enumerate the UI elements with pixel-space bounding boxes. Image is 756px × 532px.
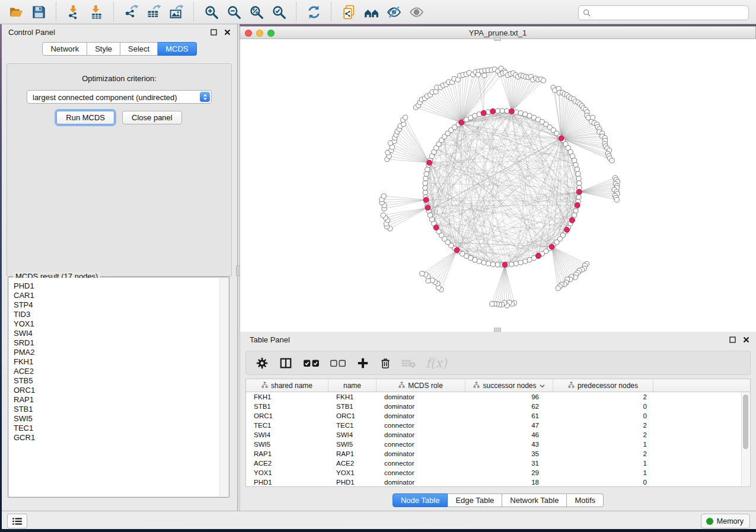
clone-network-icon[interactable] bbox=[340, 3, 358, 21]
vizmapper-icon[interactable] bbox=[385, 3, 403, 21]
hide-columns-icon[interactable] bbox=[330, 355, 346, 371]
network-canvas[interactable] bbox=[240, 39, 756, 332]
table-row[interactable]: PHD1PHD1dominator180 bbox=[246, 477, 750, 487]
result-node-item[interactable]: SWI5 bbox=[9, 414, 228, 424]
tab-edge-table[interactable]: Edge Table bbox=[448, 493, 502, 507]
table-scrollbar[interactable] bbox=[741, 392, 749, 486]
float-panel-icon[interactable] bbox=[729, 336, 736, 344]
result-node-item[interactable]: FKH1 bbox=[9, 357, 228, 367]
cell-predecessor-nodes: 0 bbox=[553, 411, 653, 421]
save-session-icon[interactable] bbox=[30, 3, 47, 21]
result-node-item[interactable]: GCR1 bbox=[9, 433, 228, 443]
result-node-item[interactable]: STP4 bbox=[9, 300, 228, 310]
table-row[interactable]: SWI4SWI4dominator462 bbox=[246, 430, 750, 440]
tab-mcds[interactable]: MCDS bbox=[158, 42, 196, 56]
cell-successor-nodes: 96 bbox=[465, 392, 553, 402]
table-row[interactable]: ORC1ORC1dominator610 bbox=[246, 411, 750, 421]
result-node-item[interactable]: STB5 bbox=[9, 376, 228, 386]
close-panel-button[interactable]: Close panel bbox=[122, 111, 182, 124]
export-network-icon[interactable] bbox=[122, 3, 140, 21]
show-hide-panels-icon[interactable] bbox=[407, 3, 425, 21]
cell-successor-nodes: 29 bbox=[465, 468, 553, 477]
cell-MCDS-role: connector bbox=[377, 440, 465, 449]
table-scrollbar-thumb[interactable] bbox=[743, 395, 748, 449]
table-panel: Table Panel f(x) shared namenameMCDS rol… bbox=[240, 332, 756, 511]
result-node-item[interactable]: ACE2 bbox=[9, 367, 228, 376]
toolbar-separator bbox=[296, 2, 296, 21]
zoom-out-icon[interactable] bbox=[225, 3, 243, 21]
refresh-view-icon[interactable] bbox=[305, 3, 323, 21]
tab-select[interactable]: Select bbox=[120, 42, 158, 56]
zoom-in-icon[interactable] bbox=[202, 3, 220, 21]
run-mcds-button[interactable]: Run MCDS bbox=[56, 111, 114, 124]
table-row[interactable]: RAP1RAP1dominator352 bbox=[246, 449, 750, 459]
result-node-item[interactable]: YOX1 bbox=[9, 319, 228, 329]
zoom-selected-icon[interactable] bbox=[270, 3, 288, 21]
import-network-icon[interactable] bbox=[65, 3, 82, 21]
column-header-shared-name[interactable]: shared name bbox=[246, 379, 328, 392]
search-network-icon[interactable] bbox=[362, 3, 380, 21]
cell-shared-name: TEC1 bbox=[246, 421, 328, 430]
splitter-handle-bottom[interactable] bbox=[494, 328, 501, 332]
cell-shared-name: STB1 bbox=[246, 402, 328, 411]
table-row[interactable]: SWI5SWI5connector431 bbox=[246, 440, 750, 449]
cell-successor-nodes: 43 bbox=[465, 440, 553, 449]
cell-shared-name: ORC1 bbox=[246, 411, 328, 421]
tab-node-table[interactable]: Node Table bbox=[393, 493, 448, 507]
tab-network[interactable]: Network bbox=[42, 42, 87, 56]
zoom-fit-icon[interactable] bbox=[247, 3, 265, 21]
delete-column-icon[interactable] bbox=[379, 355, 391, 371]
tab-motifs[interactable]: Motifs bbox=[567, 493, 604, 507]
result-list-scrollbar[interactable] bbox=[219, 278, 228, 496]
result-node-item[interactable]: PMA2 bbox=[9, 348, 228, 357]
result-node-item[interactable]: STB1 bbox=[9, 405, 228, 414]
tab-network-table[interactable]: Network Table bbox=[502, 493, 567, 507]
close-panel-icon[interactable] bbox=[742, 336, 750, 344]
export-image-icon[interactable] bbox=[167, 3, 185, 21]
search-icon bbox=[583, 9, 591, 17]
tree-icon bbox=[261, 382, 268, 390]
show-panels-button[interactable] bbox=[7, 514, 27, 528]
open-file-icon[interactable] bbox=[7, 3, 25, 21]
table-row[interactable]: YOX1YOX1connector291 bbox=[246, 468, 750, 477]
zoom-window-icon[interactable] bbox=[267, 30, 275, 37]
column-header-successor-nodes[interactable]: successor nodes bbox=[465, 379, 553, 392]
memory-button[interactable]: Memory bbox=[701, 514, 750, 528]
cell-successor-nodes: 61 bbox=[465, 411, 553, 421]
float-panel-icon[interactable] bbox=[210, 28, 218, 36]
table-row[interactable]: TEC1TEC1connector472 bbox=[246, 421, 750, 430]
export-table-icon[interactable] bbox=[145, 3, 162, 21]
result-node-item[interactable]: SWI4 bbox=[9, 329, 228, 338]
result-node-item[interactable]: PHD1 bbox=[9, 281, 228, 291]
split-panel-icon[interactable] bbox=[279, 355, 293, 371]
show-columns-icon[interactable] bbox=[303, 355, 320, 371]
tab-style[interactable]: Style bbox=[87, 42, 120, 56]
add-column-icon[interactable] bbox=[356, 355, 369, 371]
minimize-window-icon[interactable] bbox=[256, 30, 263, 37]
table-row[interactable]: ACE2ACE2connector311 bbox=[246, 459, 750, 468]
table-row[interactable]: STB1STB1dominator620 bbox=[246, 402, 750, 411]
column-settings-icon[interactable] bbox=[256, 355, 269, 371]
result-node-item[interactable]: RAP1 bbox=[9, 395, 228, 405]
cell-name: STB1 bbox=[328, 402, 377, 411]
table-row[interactable]: FKH1FKH1dominator962 bbox=[246, 392, 750, 402]
result-node-item[interactable]: TEC1 bbox=[9, 424, 228, 433]
close-window-icon[interactable] bbox=[245, 30, 252, 37]
splitter-handle-top[interactable] bbox=[494, 37, 501, 41]
result-node-item[interactable]: CAR1 bbox=[9, 291, 228, 300]
network-window: YPA_prune.txt_1 bbox=[240, 26, 756, 332]
column-header-MCDS-role[interactable]: MCDS role bbox=[377, 379, 465, 392]
column-header-name[interactable]: name bbox=[328, 379, 377, 392]
result-node-item[interactable]: ORC1 bbox=[9, 386, 228, 395]
result-node-item[interactable]: SRD1 bbox=[9, 338, 228, 348]
column-header-predecessor-nodes[interactable]: predecessor nodes bbox=[553, 379, 653, 392]
search-input[interactable] bbox=[594, 7, 748, 19]
import-table-icon[interactable] bbox=[87, 3, 105, 21]
cell-successor-nodes: 35 bbox=[465, 449, 553, 459]
close-panel-icon[interactable] bbox=[224, 28, 231, 36]
mcds-result-list[interactable]: PHD1CAR1STP4TID3YOX1SWI4SRD1PMA2FKH1ACE2… bbox=[9, 278, 228, 496]
cell-predecessor-nodes: 2 bbox=[553, 430, 653, 440]
result-node-item[interactable]: TID3 bbox=[9, 310, 228, 319]
optimization-criterion-select[interactable]: largest connected component (undirected) bbox=[27, 90, 212, 104]
cell-shared-name: RAP1 bbox=[246, 449, 328, 459]
